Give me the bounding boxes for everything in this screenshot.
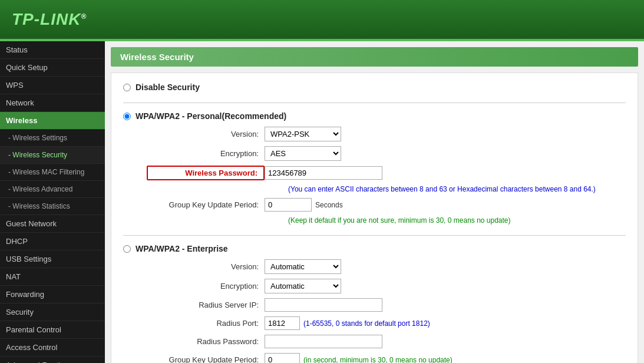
wpa-personal-groupkey-row: Group Key Update Period: Seconds [147,198,626,212]
wpa-personal-form: Version: WPA2-PSK WPA-PSK Automatic Encr… [147,127,626,225]
sidebar-item-usb-settings[interactable]: USB Settings [0,250,105,268]
sidebar-item-wireless-mac-filtering[interactable]: - Wireless MAC Filtering [0,164,105,181]
sidebar-item-wps[interactable]: WPS [0,77,105,94]
wpa-enterprise-label[interactable]: WPA/WPA2 - Enterprise [136,244,228,253]
wpa-enterprise-radius-ip-label: Radius Server IP: [147,301,265,309]
sidebar-item-wireless-settings[interactable]: - Wireless Settings [0,130,105,147]
wpa-personal-groupkey-label: Group Key Update Period: [147,200,265,209]
wpa-enterprise-radius-ip-input[interactable] [265,298,382,312]
wpa-enterprise-radius-port-label: Radius Port: [147,319,265,328]
sidebar-item-wireless-statistics[interactable]: - Wireless Statistics [0,198,105,215]
wpa-personal-section: WPA/WPA2 - Personal(Recommended) Version… [123,111,626,225]
logo-text: TP-LINK [12,10,81,28]
wpa-enterprise-version-label: Version: [147,262,265,271]
sidebar: StatusQuick SetupWPSNetworkWireless- Wir… [0,41,105,363]
wpa-personal-password-row: Wireless Password: [147,166,626,180]
content-inner: Disable Security WPA/WPA2 - Personal(Rec… [111,72,638,363]
wpa-enterprise-radius-port-row: Radius Port: (1-65535, 0 stands for defa… [147,316,626,330]
wpa-enterprise-form: Version: Automatic WPA WPA2 Encryption: … [147,259,626,363]
wpa-enterprise-groupkey-input[interactable] [265,353,300,363]
content-area: Wireless Security Disable Security WPA/W… [105,41,644,363]
sidebar-item-status[interactable]: Status [0,41,105,59]
wpa-personal-version-label: Version: [147,130,265,138]
logo-reg: ® [81,12,87,21]
wpa-enterprise-radio[interactable] [123,245,131,253]
sidebar-item-nat[interactable]: NAT [0,268,105,286]
wpa-enterprise-groupkey-row: Group Key Update Period: (in second, min… [147,353,626,363]
sidebar-item-security[interactable]: Security [0,303,105,321]
wpa-enterprise-section: WPA/WPA2 - Enterprise Version: Automatic… [123,244,626,363]
wpa-personal-password-input[interactable] [265,166,382,180]
wpa-personal-version-select[interactable]: WPA2-PSK WPA-PSK Automatic [265,127,341,141]
wpa-enterprise-version-select[interactable]: Automatic WPA WPA2 [265,259,341,274]
wpa-personal-encryption-label: Encryption: [147,149,265,158]
wpa-personal-password-hint: (You can enter ASCII characters between … [288,185,626,193]
wpa-personal-row: WPA/WPA2 - Personal(Recommended) [123,111,626,121]
sidebar-item-advanced-routing[interactable]: Advanced Routing [0,357,105,363]
sidebar-item-wireless[interactable]: Wireless [0,112,105,130]
sidebar-item-parental-control[interactable]: Parental Control [0,321,105,339]
wpa-personal-radio[interactable] [123,113,131,120]
wpa-personal-version-row: Version: WPA2-PSK WPA-PSK Automatic [147,127,626,141]
wpa-personal-encryption-select[interactable]: AES TKIP Automatic [265,146,341,161]
page-title: Wireless Security [111,47,638,67]
disable-security-row: Disable Security [123,82,626,92]
wpa-enterprise-row: WPA/WPA2 - Enterprise [123,244,626,253]
wpa-enterprise-radius-port-input[interactable] [265,316,300,330]
wpa-personal-groupkey-hint: (Keep it default if you are not sure, mi… [288,216,626,225]
sidebar-item-network[interactable]: Network [0,94,105,112]
wpa-personal-encryption-row: Encryption: AES TKIP Automatic [147,146,626,161]
sidebar-item-guest-network[interactable]: Guest Network [0,215,105,233]
wpa-personal-groupkey-input[interactable] [265,198,312,212]
header: TP-LINK® [0,0,644,41]
logo: TP-LINK® [12,10,87,29]
disable-security-radio[interactable] [123,84,131,91]
disable-security-label[interactable]: Disable Security [136,82,200,92]
sidebar-item-access-control[interactable]: Access Control [0,339,105,357]
wpa-enterprise-encryption-label: Encryption: [147,282,265,291]
wpa-enterprise-encryption-row: Encryption: Automatic TKIP AES [147,279,626,293]
sidebar-item-wireless-advanced[interactable]: - Wireless Advanced [0,181,105,198]
wpa-enterprise-radius-pw-label: Radius Password: [147,337,265,346]
wpa-enterprise-encryption-select[interactable]: Automatic TKIP AES [265,279,341,293]
wpa-enterprise-radius-port-hint: (1-65535, 0 stands for default port 1812… [303,319,430,328]
sidebar-item-dhcp[interactable]: DHCP [0,233,105,250]
sidebar-item-wireless-security[interactable]: - Wireless Security [0,147,105,164]
sidebar-item-forwarding[interactable]: Forwarding [0,286,105,303]
wpa-enterprise-groupkey-hint: (in second, minimum is 30, 0 means no up… [303,356,453,364]
divider-2 [123,235,626,236]
wpa-enterprise-groupkey-label: Group Key Update Period: [147,355,265,363]
wpa-personal-password-label: Wireless Password: [147,166,265,180]
wpa-personal-groupkey-unit: Seconds [315,201,343,209]
sidebar-item-quick-setup[interactable]: Quick Setup [0,59,105,77]
wpa-enterprise-radius-pw-row: Radius Password: [147,335,626,348]
wpa-enterprise-radius-ip-row: Radius Server IP: [147,298,626,312]
wpa-personal-label[interactable]: WPA/WPA2 - Personal(Recommended) [136,111,286,121]
divider-1 [123,103,626,103]
wpa-enterprise-radius-pw-input[interactable] [265,335,382,348]
disable-security-section: Disable Security [123,82,626,92]
wpa-enterprise-version-row: Version: Automatic WPA WPA2 [147,259,626,274]
main-layout: StatusQuick SetupWPSNetworkWireless- Wir… [0,41,644,363]
